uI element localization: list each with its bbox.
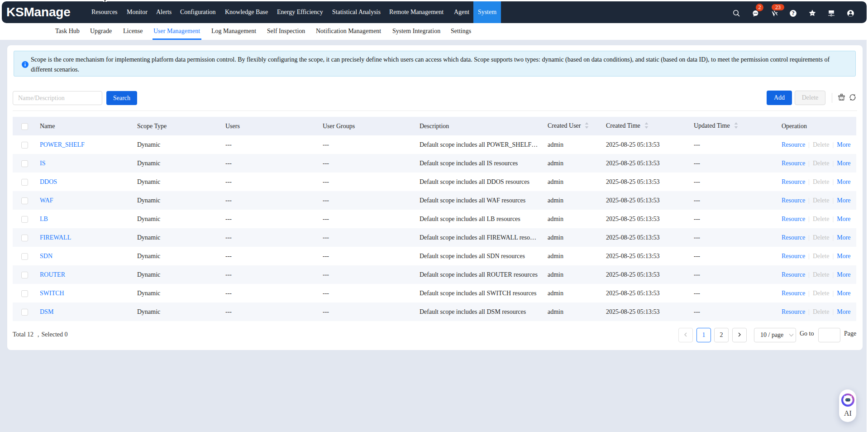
svg-text:?: ? bbox=[792, 10, 794, 16]
